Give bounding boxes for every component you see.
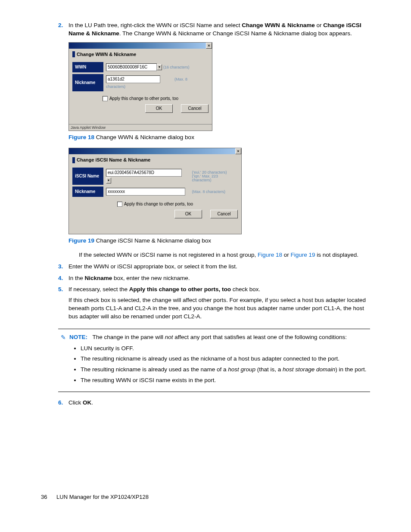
text: . The Change WWN & Nickname or Change iS… xyxy=(119,30,352,37)
text: The change in the pane will xyxy=(93,334,165,340)
nickname-input[interactable]: a1361d2 xyxy=(106,75,160,83)
step-2-body: If the selected WWN or iSCSI name is not… xyxy=(79,251,370,259)
apply-checkbox-row: Apply this change to other ports, too xyxy=(72,201,238,207)
emphasis: host storage domain xyxy=(283,366,335,373)
step-5-body: If this check box is selected, the chang… xyxy=(68,296,370,321)
step-6: 6. Click OK. xyxy=(58,399,370,407)
apply-checkbox-row: Apply this change to other ports, too xyxy=(72,96,209,102)
ok-button[interactable]: OK xyxy=(174,210,202,218)
figure-text: Change iSCSI Name & Nickname dialog box xyxy=(94,237,211,244)
apply-checkbox[interactable] xyxy=(103,96,108,101)
figure-18-link[interactable]: Figure 18 xyxy=(258,252,282,258)
dialog-change-wwn: × Change WWN & Nickname WWN 50060B000008… xyxy=(68,42,212,131)
step-number: 5. xyxy=(58,286,63,294)
text: Click xyxy=(68,399,83,406)
text: or xyxy=(315,22,324,28)
text: box, enter the new nickname. xyxy=(112,275,190,281)
text: (that is, a xyxy=(255,366,283,373)
note-item: The resulting nickname is already used a… xyxy=(81,355,367,363)
emphasis: host group xyxy=(228,366,255,373)
figure-label: Figure 18 xyxy=(68,134,94,140)
close-icon[interactable]: × xyxy=(235,148,241,154)
accent-bar xyxy=(72,51,75,57)
text: check box. xyxy=(231,286,260,292)
page-footer: 36 LUN Manager for the XP1024/XP128 xyxy=(41,493,370,501)
step-number: 2. xyxy=(58,22,63,30)
figure-19-link[interactable]: Figure 19 xyxy=(291,252,315,258)
dialog-change-iscsi: × Change iSCSI Name & Nickname iSCSI Nam… xyxy=(68,148,242,234)
text: . xyxy=(91,399,93,406)
step-3-text: Enter the WWN or iSCSI appropriate box, … xyxy=(68,263,237,270)
step-3: 3. Enter the WWN or iSCSI appropriate bo… xyxy=(58,263,370,271)
cancel-button[interactable]: Cancel xyxy=(210,210,238,218)
note-item: The resulting WWN or iSCSI name exists i… xyxy=(81,376,367,385)
step-number: 4. xyxy=(58,274,63,283)
text: affect any port that satisfies at least … xyxy=(173,334,347,340)
accent-bar xyxy=(72,157,75,163)
text: or xyxy=(282,252,291,258)
note-label: NOTE: xyxy=(69,334,87,340)
step-2-text: In the LU Path tree, right-click the WWN… xyxy=(68,22,361,37)
wwn-input[interactable]: 50060B000008F16C xyxy=(106,63,157,71)
page-number: 36 xyxy=(41,493,47,501)
dropdown-icon[interactable]: ▼ xyxy=(106,177,111,184)
note-list: LUN security is OFF. The resulting nickn… xyxy=(73,345,367,385)
nickname-hint: (Max. 8 characters) xyxy=(192,190,226,194)
dialog-title: Change WWN & Nickname xyxy=(72,51,209,58)
button-name: OK xyxy=(83,399,91,406)
text: In the LU Path tree, right-click the WWN… xyxy=(68,22,242,28)
field-name: Nickname xyxy=(85,275,112,281)
step-2: 2. In the LU Path tree, right-click the … xyxy=(58,22,370,259)
titlebar: × xyxy=(69,43,212,49)
cancel-button[interactable]: Cancel xyxy=(181,104,209,113)
apply-checkbox[interactable] xyxy=(117,202,122,207)
nickname-label: Nickname xyxy=(72,187,103,197)
dialog-title: Change iSCSI Name & Nickname xyxy=(72,157,238,163)
apply-checkbox-label: Apply this change to other ports, too xyxy=(109,96,178,101)
dialog-title-text: Change WWN & Nickname xyxy=(77,51,136,58)
text: is not displayed. xyxy=(315,252,359,258)
figure-label: Figure 19 xyxy=(68,237,94,244)
text: In the xyxy=(68,275,85,281)
figure-18-caption: Figure 18 Change WWN & Nickname dialog b… xyxy=(68,134,370,142)
titlebar: × xyxy=(69,148,241,154)
step-number: 3. xyxy=(58,263,63,271)
text: If the selected WWN or iSCSI name is not… xyxy=(79,252,258,258)
nickname-input[interactable]: xxxxxxxx xyxy=(106,188,185,196)
figure-19-caption: Figure 19 Change iSCSI Name & Nickname d… xyxy=(68,237,370,245)
step-5: 5. If necessary, select the Apply this c… xyxy=(58,286,370,321)
close-icon[interactable]: × xyxy=(206,43,212,49)
status-bar: Java Applet Window xyxy=(69,124,212,131)
note-item: The resulting nickname is already used a… xyxy=(81,366,367,374)
iscsi-hint2: ('iqn.' Max. 223 characters) xyxy=(192,174,235,182)
footer-title: LUN Manager for the XP1024/XP128 xyxy=(56,494,149,500)
dialog-title-text: Change iSCSI Name & Nickname xyxy=(77,157,150,163)
menu-name: Change WWN & Nickname xyxy=(242,22,315,28)
text: ) in the port. xyxy=(335,366,366,373)
iscsi-input[interactable]: eui.02004567A425678D xyxy=(106,169,182,177)
wwn-hint: (16 characters) xyxy=(163,65,190,69)
option-name: Apply this change to other ports, too xyxy=(129,286,231,292)
dropdown-icon[interactable]: ▼ xyxy=(157,64,162,70)
wwn-label: WWN xyxy=(72,62,103,72)
step-4: 4. In the Nickname box, enter the new ni… xyxy=(58,274,370,283)
note-item: LUN security is OFF. xyxy=(81,345,367,353)
note-icon: ✎ xyxy=(61,333,66,342)
ok-button[interactable]: OK xyxy=(145,104,173,113)
emphasis: not xyxy=(165,334,173,340)
step-number: 6. xyxy=(58,399,63,407)
iscsi-label: iSCSI Name xyxy=(72,168,103,184)
figure-text: Change WWN & Nickname dialog box xyxy=(94,134,194,140)
text: The resulting nickname is already used a… xyxy=(81,366,228,373)
text: If necessary, select the xyxy=(68,286,129,292)
apply-checkbox-label: Apply this change to other ports, too xyxy=(124,202,193,206)
nickname-label: Nickname xyxy=(72,74,103,91)
note-box: ✎ NOTE: The change in the pane will not … xyxy=(58,329,370,392)
